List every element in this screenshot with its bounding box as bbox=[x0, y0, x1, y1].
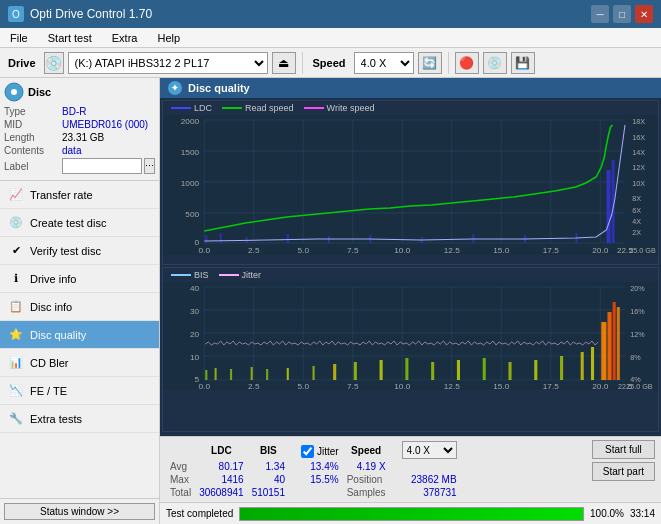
svg-rect-45 bbox=[287, 234, 289, 243]
svg-rect-95 bbox=[287, 368, 289, 380]
svg-text:12.5: 12.5 bbox=[444, 382, 461, 390]
start-full-button[interactable]: Start full bbox=[592, 440, 655, 459]
disc-type-key: Type bbox=[4, 106, 62, 117]
fe-te-icon: 📉 bbox=[8, 383, 24, 399]
disc-contents-key: Contents bbox=[4, 145, 62, 156]
disc-quality-title: Disc quality bbox=[188, 82, 250, 94]
menu-file[interactable]: File bbox=[4, 28, 34, 48]
sidebar-item-transfer-rate[interactable]: 📈 Transfer rate bbox=[0, 181, 159, 209]
svg-rect-46 bbox=[328, 236, 330, 243]
maximize-button[interactable]: □ bbox=[613, 5, 631, 23]
svg-rect-98 bbox=[354, 362, 357, 380]
refresh-icon[interactable]: 🔄 bbox=[418, 52, 442, 74]
svg-rect-91 bbox=[215, 368, 217, 380]
drive-select[interactable]: (K:) ATAPI iHBS312 2 PL17 bbox=[68, 52, 268, 74]
toolbar: Drive 💿 (K:) ATAPI iHBS312 2 PL17 ⏏ Spee… bbox=[0, 48, 661, 78]
save-icon[interactable]: 💾 bbox=[511, 52, 535, 74]
samples-val: 378731 bbox=[390, 486, 461, 499]
svg-rect-90 bbox=[205, 370, 207, 380]
sidebar-nav: 📈 Transfer rate 💿 Create test disc ✔ Ver… bbox=[0, 181, 159, 524]
close-button[interactable]: ✕ bbox=[635, 5, 653, 23]
svg-text:12X: 12X bbox=[632, 164, 645, 172]
sidebar-item-cd-bler[interactable]: 📊 CD Bler bbox=[0, 349, 159, 377]
speed-select[interactable]: 4.0 X bbox=[354, 52, 414, 74]
sidebar-item-create-test-disc[interactable]: 💿 Create test disc bbox=[0, 209, 159, 237]
max-ldc: 1416 bbox=[195, 473, 248, 486]
svg-text:16%: 16% bbox=[630, 308, 645, 316]
progress-bar-fill bbox=[240, 508, 583, 520]
speed-col-header: Speed bbox=[343, 440, 390, 460]
status-window-button[interactable]: Status window >> bbox=[4, 503, 155, 520]
position-val: 23862 MB bbox=[390, 473, 461, 486]
top-chart: LDC Read speed Write speed bbox=[162, 100, 659, 265]
svg-text:16X: 16X bbox=[632, 134, 645, 142]
menu-help[interactable]: Help bbox=[151, 28, 186, 48]
svg-text:14X: 14X bbox=[632, 149, 645, 157]
disc-length-row: Length 23.31 GB bbox=[4, 132, 155, 143]
menu-extra[interactable]: Extra bbox=[106, 28, 144, 48]
speed-label: Speed bbox=[309, 57, 350, 69]
sidebar-item-disc-info[interactable]: 📋 Disc info bbox=[0, 293, 159, 321]
disc-mid-row: MID UMEBDR016 (000) bbox=[4, 119, 155, 130]
disc2-icon[interactable]: 💿 bbox=[483, 52, 507, 74]
disc-length-val: 23.31 GB bbox=[62, 132, 104, 143]
sidebar-item-drive-info[interactable]: ℹ Drive info bbox=[0, 265, 159, 293]
sidebar-item-label-extra-tests: Extra tests bbox=[30, 413, 82, 425]
sidebar-item-label-fe-te: FE / TE bbox=[30, 385, 67, 397]
jitter-label: Jitter bbox=[317, 446, 339, 457]
disc-label-btn[interactable]: ⋯ bbox=[144, 158, 155, 174]
separator2 bbox=[448, 52, 449, 74]
svg-rect-43 bbox=[220, 233, 222, 243]
eject-icon[interactable]: ⏏ bbox=[272, 52, 296, 74]
burn-icon[interactable]: 🔴 bbox=[455, 52, 479, 74]
disc-panel: Disc Type BD-R MID UMEBDR016 (000) Lengt… bbox=[0, 78, 159, 181]
read-legend-label: Read speed bbox=[245, 103, 294, 113]
svg-rect-109 bbox=[601, 322, 606, 380]
progress-bar-wrap bbox=[239, 507, 584, 521]
menu-start-test[interactable]: Start test bbox=[42, 28, 98, 48]
sidebar-item-extra-tests[interactable]: 🔧 Extra tests bbox=[0, 405, 159, 433]
legend-bis: BIS bbox=[171, 270, 209, 280]
disc-contents-row: Contents data bbox=[4, 145, 155, 156]
sidebar-item-label-disc-info: Disc info bbox=[30, 301, 72, 313]
start-part-button[interactable]: Start part bbox=[592, 462, 655, 481]
svg-text:10: 10 bbox=[190, 353, 200, 362]
svg-text:2000: 2000 bbox=[181, 117, 200, 126]
svg-text:5.0: 5.0 bbox=[298, 382, 310, 390]
sidebar-item-disc-quality[interactable]: ⭐ Disc quality bbox=[0, 321, 159, 349]
menu-bar: File Start test Extra Help bbox=[0, 28, 661, 48]
progress-area: Test completed 100.0% 33:14 bbox=[160, 502, 661, 524]
sidebar-item-label-create-test-disc: Create test disc bbox=[30, 217, 106, 229]
disc-mid-val: UMEBDR016 (000) bbox=[62, 119, 148, 130]
cd-bler-icon: 📊 bbox=[8, 355, 24, 371]
disc-quality-icon: ⭐ bbox=[8, 327, 24, 343]
progress-label: Test completed bbox=[166, 508, 233, 519]
svg-text:2.5: 2.5 bbox=[248, 246, 260, 255]
sidebar-item-verify-test-disc[interactable]: ✔ Verify test disc bbox=[0, 237, 159, 265]
svg-text:4X: 4X bbox=[632, 218, 641, 226]
disc-label-input[interactable] bbox=[62, 158, 142, 174]
speed-dropdown[interactable]: 4.0 X bbox=[402, 441, 457, 459]
sidebar-item-label-cd-bler: CD Bler bbox=[30, 357, 69, 369]
title-bar-left: O Opti Drive Control 1.70 bbox=[8, 6, 152, 22]
svg-text:6X: 6X bbox=[632, 207, 641, 215]
svg-text:7.5: 7.5 bbox=[347, 246, 359, 255]
svg-text:0.0: 0.0 bbox=[199, 382, 211, 390]
disc-panel-icon bbox=[4, 82, 24, 102]
svg-text:40: 40 bbox=[190, 284, 200, 293]
write-legend-label: Write speed bbox=[327, 103, 375, 113]
svg-text:7.5: 7.5 bbox=[347, 382, 359, 390]
title-bar-controls: ─ □ ✕ bbox=[591, 5, 653, 23]
disc-header-label: Disc bbox=[28, 86, 51, 98]
content-area: ✦ Disc quality LDC Read speed bbox=[160, 78, 661, 524]
bis-legend-label: BIS bbox=[194, 270, 209, 280]
minimize-button[interactable]: ─ bbox=[591, 5, 609, 23]
sidebar-item-fe-te[interactable]: 📉 FE / TE bbox=[0, 377, 159, 405]
create-test-disc-icon: 💿 bbox=[8, 215, 24, 231]
svg-rect-110 bbox=[607, 312, 611, 380]
svg-rect-111 bbox=[613, 302, 616, 380]
svg-text:1000: 1000 bbox=[181, 179, 200, 188]
svg-rect-112 bbox=[617, 307, 620, 380]
progress-time: 33:14 bbox=[630, 508, 655, 519]
jitter-checkbox[interactable] bbox=[301, 445, 314, 458]
